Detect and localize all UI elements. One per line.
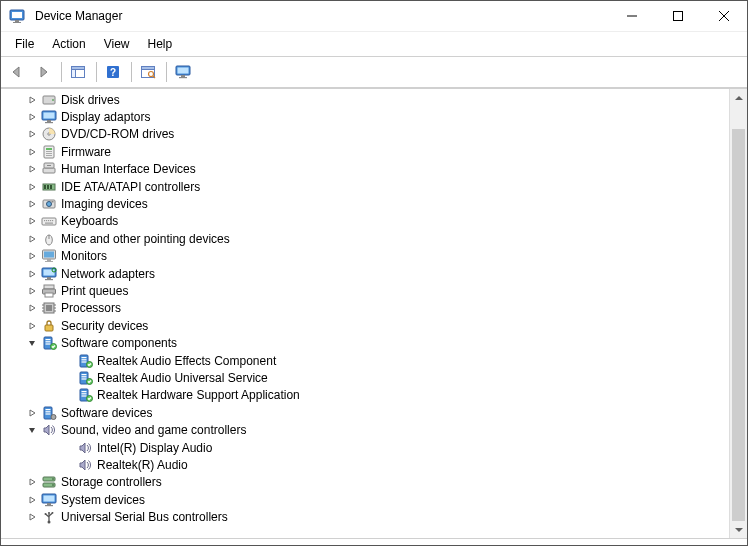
menu-file[interactable]: File — [7, 36, 42, 52]
collapse-icon[interactable] — [25, 336, 39, 350]
tree-node-label: Human Interface Devices — [61, 162, 196, 176]
tree-node-ide[interactable]: IDE ATA/ATAPI controllers — [5, 178, 729, 195]
expand-icon[interactable] — [25, 197, 39, 211]
menu-bar: File Action View Help — [1, 32, 747, 56]
svg-point-22 — [52, 99, 54, 101]
tree-node-imaging[interactable]: Imaging devices — [5, 195, 729, 212]
computer-button[interactable] — [171, 61, 195, 83]
expand-icon[interactable] — [25, 214, 39, 228]
svg-rect-46 — [46, 220, 47, 221]
expand-icon[interactable] — [25, 110, 39, 124]
tree-node-label: Realtek Audio Universal Service — [97, 371, 268, 385]
tree-node-system-devices[interactable]: System devices — [5, 491, 729, 508]
tree-node-mice[interactable]: Mice and other pointing devices — [5, 230, 729, 247]
toolbar-separator — [96, 62, 97, 82]
window-title: Device Manager — [35, 9, 122, 23]
tree-node-disk-drives[interactable]: Disk drives — [5, 91, 729, 108]
tree-node-label: Firmware — [61, 145, 111, 159]
svg-rect-82 — [82, 361, 87, 362]
audio-icon — [77, 440, 93, 456]
tree-node-label: Mice and other pointing devices — [61, 232, 230, 246]
tree-node-printq[interactable]: Print queues — [5, 282, 729, 299]
monitor-icon — [41, 248, 57, 264]
ide-icon — [41, 179, 57, 195]
back-button[interactable] — [5, 61, 29, 83]
expand-icon[interactable] — [25, 267, 39, 281]
scroll-down-arrow[interactable] — [730, 521, 747, 538]
expand-icon[interactable] — [25, 232, 39, 246]
scan-hardware-button[interactable] — [136, 61, 160, 83]
imaging-icon — [41, 196, 57, 212]
tree-node-software-devices[interactable]: Software devices — [5, 404, 729, 421]
tree-node-storage-controllers[interactable]: Storage controllers — [5, 474, 729, 491]
maximize-button[interactable] — [655, 1, 701, 31]
tree-node-hid[interactable]: Human Interface Devices — [5, 161, 729, 178]
usb-icon — [41, 509, 57, 525]
svg-rect-48 — [50, 220, 51, 221]
tree-node-realtek-audio[interactable]: Realtek(R) Audio — [5, 456, 729, 473]
expand-icon[interactable] — [25, 145, 39, 159]
help-button[interactable]: ? — [101, 61, 125, 83]
expand-icon[interactable] — [25, 301, 39, 315]
scroll-up-arrow[interactable] — [730, 89, 747, 106]
expand-icon[interactable] — [25, 510, 39, 524]
tree-node-dvd-cdrom[interactable]: DVD/CD-ROM drives — [5, 126, 729, 143]
swcomp-icon — [77, 387, 93, 403]
svg-rect-62 — [44, 285, 54, 289]
menu-action[interactable]: Action — [44, 36, 93, 52]
tree-node-processors[interactable]: Processors — [5, 300, 729, 317]
tree-node-monitors[interactable]: Monitors — [5, 248, 729, 265]
minimize-button[interactable] — [609, 1, 655, 31]
expand-icon[interactable] — [25, 249, 39, 263]
tree-node-firmware[interactable]: Firmware — [5, 143, 729, 160]
tree-node-usb[interactable]: Universal Serial Bus controllers — [5, 508, 729, 525]
expand-icon[interactable] — [25, 319, 39, 333]
svg-rect-58 — [44, 269, 55, 275]
window-controls — [609, 1, 747, 31]
expand-icon[interactable] — [25, 162, 39, 176]
expand-icon[interactable] — [25, 93, 39, 107]
menu-help[interactable]: Help — [140, 36, 181, 52]
tree-node-display-adaptors[interactable]: Display adaptors — [5, 108, 729, 125]
svg-rect-19 — [181, 75, 185, 77]
collapse-icon[interactable] — [25, 423, 39, 437]
vertical-scrollbar[interactable] — [729, 89, 747, 538]
tree-node-label: Intel(R) Display Audio — [97, 441, 212, 455]
expand-icon[interactable] — [25, 284, 39, 298]
mouse-icon — [41, 231, 57, 247]
svg-point-101 — [52, 478, 54, 480]
forward-button[interactable] — [31, 61, 55, 83]
expand-icon[interactable] — [25, 406, 39, 420]
svg-rect-5 — [674, 12, 683, 21]
close-button[interactable] — [701, 1, 747, 31]
svg-rect-1 — [12, 12, 22, 18]
svg-rect-59 — [47, 277, 51, 279]
tree-node-network[interactable]: Network adapters — [5, 265, 729, 282]
tree-node-label: Realtek Hardware Support Application — [97, 388, 300, 402]
svg-rect-24 — [44, 113, 55, 119]
expand-icon[interactable] — [25, 475, 39, 489]
disk-icon — [41, 92, 57, 108]
svg-rect-76 — [46, 341, 51, 342]
tree-node-intel-display-audio[interactable]: Intel(R) Display Audio — [5, 439, 729, 456]
svg-rect-44 — [42, 218, 56, 225]
svg-rect-39 — [47, 185, 49, 189]
tree-node-keyboards[interactable]: Keyboards — [5, 213, 729, 230]
expand-icon[interactable] — [25, 127, 39, 141]
tree-node-software-components[interactable]: Software components — [5, 334, 729, 351]
menu-view[interactable]: View — [96, 36, 138, 52]
tree-node-realtek-hw-support[interactable]: Realtek Hardware Support Application — [5, 387, 729, 404]
tree-node-realtek-audio-universal[interactable]: Realtek Audio Universal Service — [5, 369, 729, 386]
expand-icon[interactable] — [25, 180, 39, 194]
scroll-thumb[interactable] — [732, 129, 745, 521]
printer-icon — [41, 283, 57, 299]
tree-node-realtek-audio-effects[interactable]: Realtek Audio Effects Component — [5, 352, 729, 369]
tree-node-sound[interactable]: Sound, video and game controllers — [5, 421, 729, 438]
expand-icon[interactable] — [25, 493, 39, 507]
svg-rect-38 — [44, 185, 46, 189]
show-hide-tree-button[interactable] — [66, 61, 90, 83]
tree-node-security[interactable]: Security devices — [5, 317, 729, 334]
tree-node-label: Network adapters — [61, 267, 155, 281]
svg-rect-60 — [45, 279, 53, 280]
device-tree[interactable]: Disk drivesDisplay adaptorsDVD/CD-ROM dr… — [1, 89, 729, 538]
